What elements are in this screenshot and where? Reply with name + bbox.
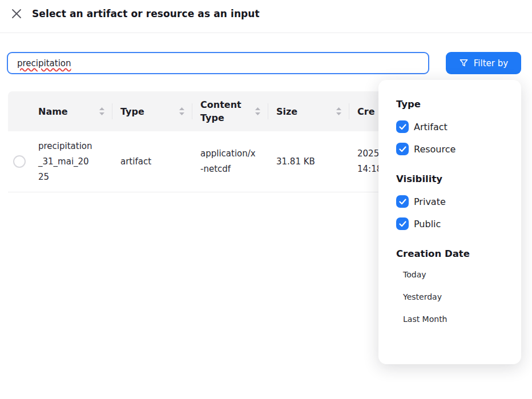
modal-title: Select an artifact or resource as an inp… [32, 8, 260, 19]
sort-icon[interactable] [336, 107, 342, 116]
cell-size: 31.81 KB [268, 131, 349, 192]
sort-icon[interactable] [255, 107, 261, 116]
content-type-line: application/x [200, 146, 264, 162]
checkbox-label: Resource [414, 144, 456, 155]
search-input[interactable]: precipitation [7, 52, 429, 74]
header-cell-size[interactable]: Size [268, 91, 349, 131]
checkbox-label: Public [414, 219, 441, 229]
section-heading: Type [396, 99, 504, 110]
close-icon[interactable] [10, 7, 23, 20]
section-heading: Visibility [396, 174, 504, 184]
checkbox-label: Artifact [414, 122, 448, 132]
filter-section-type: Type Artifact Resource [396, 99, 504, 155]
size-value: 31.81 KB [276, 154, 345, 170]
checkbox-private[interactable]: Private [396, 195, 504, 208]
checked-checkbox-icon[interactable] [396, 195, 409, 208]
cell-name: precipitation _31_mai_20 25 [30, 131, 112, 192]
type-value: artifact [120, 154, 188, 170]
funnel-icon [459, 58, 469, 68]
column-label: Name [38, 105, 68, 118]
checked-checkbox-icon[interactable] [396, 217, 409, 230]
checkbox-artifact[interactable]: Artifact [396, 120, 504, 133]
row-radio-button[interactable] [13, 155, 26, 168]
checked-checkbox-icon[interactable] [396, 143, 409, 155]
filter-by-label: Filter by [474, 58, 508, 68]
filter-section-visibility: Visibility Private Public [396, 174, 504, 230]
column-label: Type [120, 105, 144, 118]
modal-header: Select an artifact or resource as an inp… [0, 0, 532, 33]
section-heading: Creation Date [396, 248, 504, 259]
date-option-today[interactable]: Today [403, 270, 504, 279]
sort-icon[interactable] [179, 107, 185, 116]
header-cell-content-type[interactable]: Content Type [192, 91, 268, 131]
name-line: _31_mai_20 [38, 154, 108, 170]
name-line: 25 [38, 170, 108, 185]
filter-by-button[interactable]: Filter by [446, 52, 521, 74]
header-cell-type[interactable]: Type [112, 91, 192, 131]
select-artifact-modal: Select an artifact or resource as an inp… [0, 0, 532, 399]
header-cell-name[interactable]: Name [30, 91, 112, 131]
filter-dropdown-panel: Type Artifact Resource Visibility [378, 80, 521, 364]
checkbox-resource[interactable]: Resource [396, 143, 504, 155]
cell-content-type: application/x -netcdf [192, 131, 268, 192]
filter-section-creation-date: Creation Date Today Yesterday Last Month [396, 248, 504, 324]
date-option-last-month[interactable]: Last Month [403, 315, 504, 324]
search-input-value: precipitation [17, 58, 71, 68]
sort-icon[interactable] [99, 107, 105, 116]
column-label: Cre [357, 105, 374, 118]
column-label: Size [276, 105, 297, 118]
column-label: Content Type [200, 98, 253, 124]
date-option-yesterday[interactable]: Yesterday [403, 292, 504, 301]
checkbox-public[interactable]: Public [396, 217, 504, 230]
header-cell-select [8, 91, 30, 131]
row-select-cell [8, 131, 30, 192]
content-type-line: -netcdf [200, 162, 264, 177]
name-line: precipitation [38, 139, 108, 154]
checked-checkbox-icon[interactable] [396, 120, 409, 133]
cell-type: artifact [112, 131, 192, 192]
checkbox-label: Private [414, 196, 446, 207]
